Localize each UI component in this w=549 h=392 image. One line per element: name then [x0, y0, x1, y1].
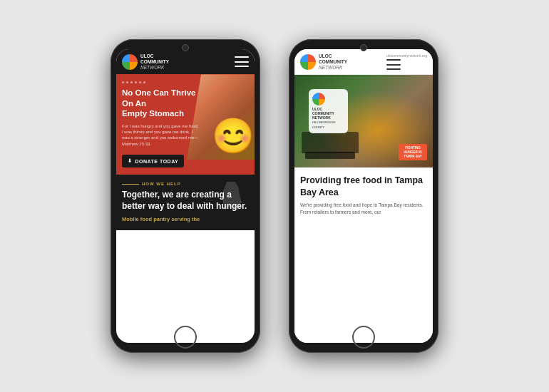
fighting-hunger-badge: FIGHTING HUNGER IN TAMPA BAY	[399, 144, 427, 161]
phone-2-content: Providing free food in Tampa Bay Area We…	[294, 167, 433, 343]
overlay-logo-text: ULOC COMMUNITY NETWORK HILLSBOROUGH COUN…	[312, 107, 344, 130]
phone-1-mid-section: HOW WE HELP Together, we are creating a …	[116, 175, 255, 230]
hamburger-menu[interactable]	[235, 56, 249, 67]
phone-2-hero-image: ULOC COMMUNITY NETWORK HILLSBOROUGH COUN…	[294, 75, 433, 167]
phone-2: ULOC COMMUNITY Network ulocommunitynetwo…	[289, 39, 438, 353]
phone-1-screen: ULOC COMMUNITY Network No One Can Thrive…	[116, 49, 255, 343]
logo-circle-icon	[122, 54, 138, 70]
logo-circle-icon	[300, 54, 316, 70]
hero-verse: For I was hungry and you gave me food, I…	[122, 123, 200, 148]
url-bar: ulocommunitynetwork.org	[386, 53, 427, 58]
hamburger-menu[interactable]	[386, 59, 401, 70]
logo-circle-icon	[312, 93, 325, 105]
providing-description: We're providing free food and hope to Ta…	[300, 202, 427, 216]
logo-text: ULOC COMMUNITY Network	[140, 53, 169, 70]
truck-icon	[302, 132, 359, 153]
phone-1-logo: ULOC COMMUNITY Network	[122, 53, 169, 70]
providing-title: Providing free food in Tampa Bay Area	[300, 175, 427, 198]
phone-2-screen: ULOC COMMUNITY Network ulocommunitynetwo…	[294, 49, 433, 343]
donate-button[interactable]: ⬇ DONATE TODAY	[122, 155, 184, 167]
uloc-logo-overlay: ULOC COMMUNITY NETWORK HILLSBOROUGH COUN…	[309, 89, 348, 133]
mobile-pantry-text: Mobile food pantry serving the	[122, 216, 249, 223]
logo-text: ULOC COMMUNITY Network	[319, 53, 347, 70]
hero-title: No One Can Thrive On An Empty Stomach	[122, 88, 200, 118]
phone-1-nav: ULOC COMMUNITY Network	[116, 49, 255, 74]
phone-2-logo: ULOC COMMUNITY Network	[300, 53, 347, 70]
phone-1-hero: No One Can Thrive On An Empty Stomach Fo…	[116, 74, 255, 175]
phone-1: ULOC COMMUNITY Network No One Can Thrive…	[111, 39, 260, 353]
mid-inner: HOW WE HELP Together, we are creating a …	[122, 182, 249, 223]
phone-2-nav: ULOC COMMUNITY Network ulocommunitynetwo…	[294, 49, 433, 75]
